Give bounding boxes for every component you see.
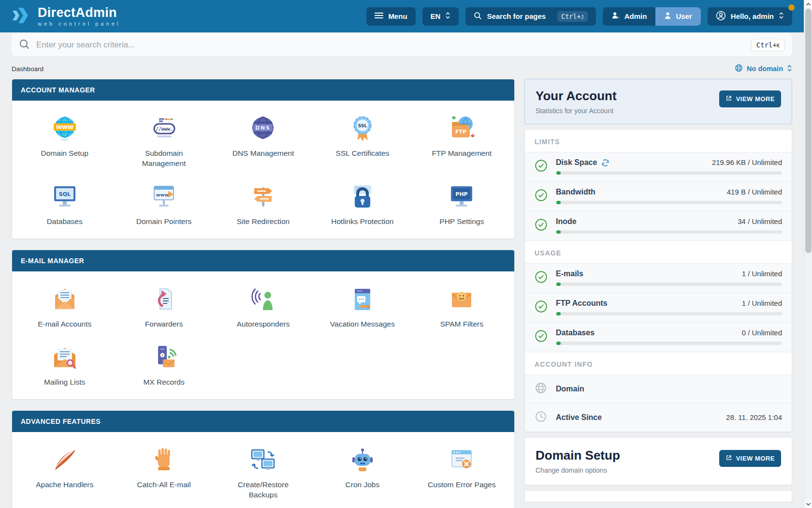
- check-circle-icon: [535, 329, 556, 344]
- stat-label: Disk Space: [556, 158, 597, 167]
- directadmin-logo[interactable]: DirectAdmin web control panel: [12, 6, 120, 27]
- monitor-php-icon: PHP: [446, 181, 477, 212]
- domain-selector[interactable]: No domain: [735, 64, 792, 74]
- app-item-site-redirection[interactable]: Site Redirection: [214, 174, 313, 232]
- app-item-label: Site Redirection: [237, 217, 290, 227]
- app-item-domain-setup[interactable]: WWWDomain Setup: [15, 105, 114, 174]
- search-input[interactable]: [36, 40, 745, 50]
- app-item-dns-management[interactable]: DNSDNS Management: [214, 105, 313, 174]
- app-item-apache-handlers[interactable]: Apache Handlers: [15, 437, 114, 505]
- view-more-domain-button[interactable]: VIEW MORE: [719, 450, 781, 467]
- app-item-catch-all-e-mail[interactable]: Catch-All E-mail: [114, 437, 213, 505]
- stat-row-e-mails: E-mails1 / Unlimited: [525, 264, 792, 293]
- admin-label: Admin: [624, 12, 647, 20]
- app-item-label: Apache Handlers: [36, 480, 93, 490]
- app-item-vacation-messages[interactable]: Vacation Messages: [313, 276, 412, 334]
- menu-label: Menu: [388, 12, 407, 20]
- scroll-down-button[interactable]: [804, 500, 812, 508]
- envelope-smiley-icon: [446, 284, 477, 315]
- app-item-subdomain-management[interactable]: //www.Subdomain Management: [114, 105, 213, 174]
- scroll-up-button[interactable]: [804, 0, 812, 8]
- progress-fill: [556, 283, 561, 286]
- language-selector[interactable]: EN: [422, 7, 459, 26]
- section-account-manager: ACCOUNT MANAGERWWWDomain Setup//www.Subd…: [12, 79, 515, 239]
- info-row-domain: Domain: [525, 375, 792, 403]
- domain-selector-label: No domain: [747, 65, 783, 73]
- app-item-mailing-lists[interactable]: Mailing Lists: [15, 334, 114, 392]
- stat-row-databases: Databases0 / Unlimited: [525, 323, 792, 352]
- stat-label: Inode: [556, 217, 577, 226]
- app-item-create-restore-backups[interactable]: Create/Restore Backups: [214, 437, 313, 505]
- page: DirectAdmin web control panel Menu EN: [0, 0, 804, 508]
- external-link-icon: [725, 95, 732, 103]
- window-chat-icon: [347, 284, 378, 315]
- feather-icon: [49, 445, 80, 476]
- breadcrumb[interactable]: Dashboard: [12, 65, 44, 73]
- user-level-button-active[interactable]: User: [655, 7, 700, 26]
- section-advanced-features: ADVANCED FEATURESApache HandlersCatch-Al…: [12, 410, 515, 508]
- menu-button[interactable]: Menu: [366, 7, 415, 26]
- stat-row-ftp-accounts: FTP Accounts1 / Unlimited: [525, 293, 792, 323]
- refresh-icon[interactable]: [601, 159, 609, 167]
- info-label: Active Since: [556, 413, 602, 422]
- globe-icon: [535, 382, 556, 396]
- app-item-custom-error-pages[interactable]: Custom Error Pages: [412, 437, 511, 505]
- shortcut-badge-ctrl-k: Ctrl+K: [751, 39, 785, 51]
- scrollbar-thumb[interactable]: [805, 9, 812, 253]
- app-item-label: Vacation Messages: [330, 319, 395, 329]
- app-item-spam-filters[interactable]: SPAM Filters: [412, 276, 511, 334]
- section-e-mail-manager: E-MAIL MANAGERE-mail AccountsForwardersA…: [12, 250, 515, 400]
- app-item-domain-pointers[interactable]: wwwDomain Pointers: [114, 174, 213, 232]
- stat-value: 219.96 KB / Unlimited: [712, 158, 782, 166]
- person-waves-icon: [247, 284, 278, 315]
- language-label: EN: [431, 12, 441, 20]
- stat-label: E-mails: [556, 269, 583, 278]
- stat-label: Bandwidth: [556, 188, 595, 196]
- app-item-ftp-management[interactable]: FTPFTP Management: [412, 105, 511, 174]
- monitor-www-icon: www: [148, 181, 179, 212]
- app-item-autoresponders[interactable]: Autoresponders: [214, 276, 313, 334]
- envelope-letter-icon: [49, 284, 80, 315]
- clock-icon: [535, 410, 556, 425]
- domain-setup-card: Domain Setup Change domain options VIEW …: [524, 437, 792, 485]
- svg-text:PHP: PHP: [456, 191, 468, 197]
- stat-label: FTP Accounts: [556, 299, 608, 308]
- app-item-php-settings[interactable]: PHPPHP Settings: [412, 174, 511, 232]
- app-item-label: SSL Certificates: [336, 149, 390, 159]
- app-item-hotlinks-protection[interactable]: Hotlinks Protection: [313, 174, 412, 232]
- view-more-account-button[interactable]: VIEW MORE: [719, 90, 781, 107]
- check-circle-icon: [535, 159, 556, 174]
- group-header-usage: USAGE: [525, 241, 792, 264]
- view-more-label: VIEW MORE: [736, 455, 775, 462]
- hand-icon: [148, 445, 179, 476]
- app-item-label: Subdomain Management: [124, 149, 204, 169]
- progress-fill: [556, 312, 561, 315]
- stat-value: 1 / Unlimited: [742, 269, 782, 278]
- subdomain-icon: //www.: [148, 113, 179, 144]
- info-row-active-since: Active Since28. 11. 2025 1:04: [525, 403, 792, 432]
- your-account-subtitle: Statistics for your Account: [536, 107, 617, 115]
- search-pages-button[interactable]: Search for pages Ctrl+J: [465, 7, 595, 26]
- app-item-label: DNS Management: [232, 149, 294, 159]
- admin-level-button[interactable]: Admin: [603, 7, 656, 26]
- app-item-label: Create/Restore Backups: [223, 480, 303, 500]
- svg-text:SQL: SQL: [59, 191, 71, 197]
- globe-dns-icon: DNS: [247, 113, 278, 144]
- app-item-e-mail-accounts[interactable]: E-mail Accounts: [15, 276, 114, 334]
- app-item-cron-jobs[interactable]: Cron Jobs: [313, 437, 412, 505]
- app-item-mx-records[interactable]: MX Records: [114, 334, 213, 392]
- app-item-forwarders[interactable]: Forwarders: [114, 276, 213, 334]
- vertical-scrollbar: [804, 0, 812, 508]
- progress-bar: [556, 171, 782, 175]
- hamburger-icon: [375, 12, 383, 20]
- stats-card: LIMITSDisk Space219.96 KB / UnlimitedBan…: [524, 129, 792, 432]
- main-column: ACCOUNT MANAGERWWWDomain Setup//www.Subd…: [12, 79, 515, 508]
- view-more-label: VIEW MORE: [736, 95, 775, 103]
- stat-row-disk-space: Disk Space219.96 KB / Unlimited: [525, 152, 792, 182]
- account-menu-button[interactable]: Hello, admin: [708, 7, 792, 26]
- check-circle-icon: [535, 218, 556, 233]
- app-item-label: SPAM Filters: [440, 319, 483, 329]
- section-title: ACCOUNT MANAGER: [12, 79, 514, 101]
- app-item-databases[interactable]: SQLDatabases: [15, 174, 114, 232]
- app-item-ssl-certificates[interactable]: SSLSSL Certificates: [313, 105, 412, 174]
